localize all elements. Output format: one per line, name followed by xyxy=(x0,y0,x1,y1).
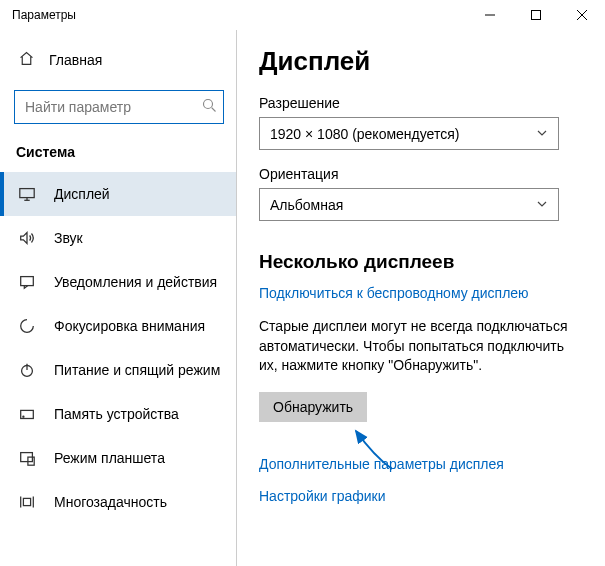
sidebar: Главная Система Дисплей Зв xyxy=(0,30,237,566)
display-icon xyxy=(18,185,36,203)
chevron-down-icon xyxy=(536,197,548,213)
window-title: Параметры xyxy=(12,8,76,22)
orientation-label: Ориентация xyxy=(259,166,583,182)
sidebar-item-label: Уведомления и действия xyxy=(54,274,217,290)
section-header: Система xyxy=(0,138,236,172)
svg-line-5 xyxy=(212,108,216,112)
multitasking-icon xyxy=(18,493,36,511)
nav-list: Дисплей Звук Уведомления и действия Фоку… xyxy=(0,172,236,524)
resolution-value: 1920 × 1080 (рекомендуется) xyxy=(270,126,459,142)
svg-rect-9 xyxy=(21,277,34,286)
sidebar-item-storage[interactable]: Память устройства xyxy=(0,392,236,436)
sidebar-item-label: Память устройства xyxy=(54,406,179,422)
sidebar-item-focus[interactable]: Фокусировка внимания xyxy=(0,304,236,348)
wireless-display-link[interactable]: Подключиться к беспроводному дисплею xyxy=(259,285,583,301)
sidebar-item-label: Питание и спящий режим xyxy=(54,362,220,378)
svg-point-13 xyxy=(23,416,24,417)
focus-icon xyxy=(18,317,36,335)
close-button[interactable] xyxy=(559,0,605,30)
search-icon xyxy=(202,98,217,116)
page-title: Дисплей xyxy=(259,46,583,77)
tablet-icon xyxy=(18,449,36,467)
resolution-select[interactable]: 1920 × 1080 (рекомендуется) xyxy=(259,117,559,150)
minimize-button[interactable] xyxy=(467,0,513,30)
search-input[interactable] xyxy=(14,90,224,124)
advanced-display-link[interactable]: Дополнительные параметры дисплея xyxy=(259,456,583,472)
sidebar-item-power[interactable]: Питание и спящий режим xyxy=(0,348,236,392)
svg-rect-18 xyxy=(23,498,30,505)
power-icon xyxy=(18,361,36,379)
window-controls xyxy=(467,0,605,30)
home-icon xyxy=(18,50,35,70)
search-field[interactable] xyxy=(23,98,193,116)
svg-rect-1 xyxy=(532,11,541,20)
chevron-down-icon xyxy=(536,126,548,142)
multiple-displays-heading: Несколько дисплеев xyxy=(259,251,583,273)
storage-icon xyxy=(18,405,36,423)
svg-rect-6 xyxy=(20,189,34,198)
sidebar-item-multitasking[interactable]: Многозадачность xyxy=(0,480,236,524)
orientation-select[interactable]: Альбомная xyxy=(259,188,559,221)
notifications-icon xyxy=(18,273,36,291)
sidebar-item-tablet[interactable]: Режим планшета xyxy=(0,436,236,480)
detect-info-text: Старые дисплеи могут не всегда подключат… xyxy=(259,317,583,376)
sidebar-item-display[interactable]: Дисплей xyxy=(0,172,236,216)
graphics-settings-link[interactable]: Настройки графики xyxy=(259,488,583,504)
sidebar-item-label: Многозадачность xyxy=(54,494,167,510)
home-label: Главная xyxy=(49,52,102,68)
sidebar-item-sound[interactable]: Звук xyxy=(0,216,236,260)
sidebar-item-label: Режим планшета xyxy=(54,450,165,466)
resolution-label: Разрешение xyxy=(259,95,583,111)
sidebar-item-notifications[interactable]: Уведомления и действия xyxy=(0,260,236,304)
sound-icon xyxy=(18,229,36,247)
detect-button[interactable]: Обнаружить xyxy=(259,392,367,422)
sidebar-item-label: Дисплей xyxy=(54,186,110,202)
sidebar-item-label: Фокусировка внимания xyxy=(54,318,205,334)
home-nav[interactable]: Главная xyxy=(0,40,236,80)
orientation-value: Альбомная xyxy=(270,197,343,213)
svg-point-4 xyxy=(204,100,213,109)
maximize-button[interactable] xyxy=(513,0,559,30)
sidebar-item-label: Звук xyxy=(54,230,83,246)
main-content: Дисплей Разрешение 1920 × 1080 (рекоменд… xyxy=(237,30,605,566)
